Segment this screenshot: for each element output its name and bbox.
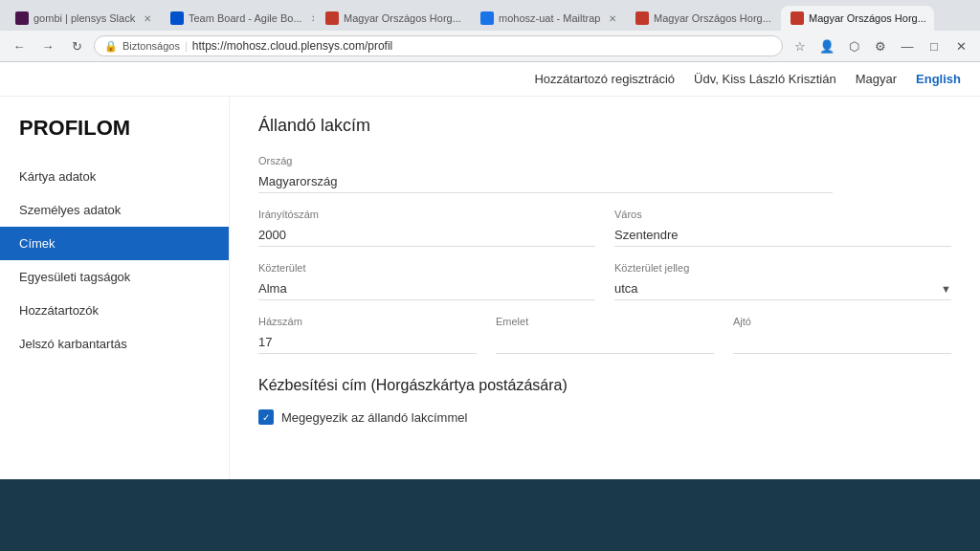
hazszam-label: Házszám <box>258 316 477 327</box>
varos-value[interactable]: Szentendre <box>614 224 951 247</box>
section-kezbesitesi-title: Kézbesítési cím (Horgászkártya postázásá… <box>258 377 951 394</box>
tab-mohosz3[interactable]: Magyar Országos Horg... ✕ <box>781 6 934 31</box>
emelet-label: Emelet <box>496 316 714 327</box>
footer-background <box>0 479 980 551</box>
sidebar-item-jelszo[interactable]: Jelszó karbantartás <box>0 327 229 361</box>
kozterulet-label: Közterület <box>258 262 595 274</box>
iranyitoszam-value[interactable]: 2000 <box>258 224 595 247</box>
slack-favicon-icon <box>15 11 29 25</box>
iranyitoszam-label: Irányítószám <box>258 209 595 220</box>
forward-button[interactable]: → <box>36 34 59 57</box>
tab-close-icon[interactable]: ✕ <box>144 13 151 24</box>
dropdown-arrow-icon: ▼ <box>941 283 951 295</box>
section-alando-title: Állandó lakcím <box>258 116 951 136</box>
maximize-icon[interactable]: □ <box>923 34 946 57</box>
hazszam-col: Házszám 17 <box>258 316 477 354</box>
tab-close-icon[interactable]: ✕ <box>609 13 616 24</box>
hazszam-row: Házszám 17 Emelet Ajtó <box>258 316 951 354</box>
minimize-icon[interactable]: — <box>896 34 919 57</box>
welcome-label: Üdv, Kiss László Krisztián <box>694 72 836 86</box>
page-layout: PROFILOM Kártya adatok Személyes adatok … <box>0 97 980 479</box>
page-nav: Hozzátartozó regisztráció Üdv, Kiss Lász… <box>0 62 980 97</box>
extension1-icon[interactable]: ⬡ <box>842 34 865 57</box>
checkbox-row[interactable]: ✓ Megegyezik az állandó lakcímmel <box>258 409 951 425</box>
address-text: https://mohosz.cloud.plensys.com/profil <box>192 39 392 53</box>
address-bar[interactable]: 🔒 Biztonságos | https://mohosz.cloud.ple… <box>94 35 783 56</box>
field-group-orszag: Ország Magyarország <box>258 155 951 193</box>
varos-col: Város Szentendre <box>614 209 951 247</box>
hazszam-value[interactable]: 17 <box>258 331 477 354</box>
checkbox-label: Megegyezik az állandó lakcímmel <box>281 410 467 425</box>
address-bar-row: ← → ↻ 🔒 Biztonságos | https://mohosz.clo… <box>0 31 980 61</box>
kozterulet-row: Közterület Alma Közterület jelleg utca ▼ <box>258 262 951 300</box>
sidebar-item-kartya[interactable]: Kártya adatok <box>0 160 229 193</box>
tab-mohosz1[interactable]: Magyar Országos Horg... ✕ <box>316 6 469 31</box>
iranyitoszam-col: Irányítószám 2000 <box>258 209 595 247</box>
profile-icon[interactable]: 👤 <box>815 34 838 57</box>
tab-bar: gombi | plensys Slack ✕ Team Board - Agi… <box>0 0 980 31</box>
tab-close-icon[interactable]: ✕ <box>311 13 314 24</box>
emelet-col: Emelet <box>496 316 714 354</box>
kozterulet-value[interactable]: Alma <box>258 277 595 300</box>
tab-agile[interactable]: Team Board - Agile Bo... ✕ <box>161 6 314 31</box>
lang-hu-link[interactable]: Magyar <box>856 72 897 86</box>
mohosz1-favicon-icon <box>325 11 339 25</box>
kozterulet-jelleg-col: Közterület jelleg utca ▼ <box>614 262 951 300</box>
sidebar: PROFILOM Kártya adatok Személyes adatok … <box>0 97 230 479</box>
checkbox-icon[interactable]: ✓ <box>258 409 274 425</box>
tab-mailtrap[interactable]: mohosz-uat - Mailtrap ✕ <box>471 6 624 31</box>
kozterulet-col: Közterület Alma <box>258 262 595 300</box>
lock-icon: 🔒 <box>104 40 118 53</box>
mailtrap-favicon-icon <box>480 11 494 25</box>
mohosz2-favicon-icon <box>635 11 649 25</box>
orszag-label: Ország <box>258 155 951 166</box>
emelet-value[interactable] <box>496 331 714 354</box>
ajto-col: Ajtó <box>733 316 951 354</box>
sidebar-item-szemelyes[interactable]: Személyes adatok <box>0 193 229 227</box>
agile-favicon-icon <box>170 11 184 25</box>
sidebar-title: PROFILOM <box>0 116 229 160</box>
tab-mohosz2[interactable]: Magyar Országos Horg... ✕ <box>626 6 779 31</box>
extension2-icon[interactable]: ⚙ <box>869 34 892 57</box>
tab-slack[interactable]: gombi | plensys Slack ✕ <box>6 6 159 31</box>
sidebar-item-cimek[interactable]: Címek <box>0 227 229 260</box>
kozterulet-jelleg-value[interactable]: utca ▼ <box>614 277 951 300</box>
browser-chrome: gombi | plensys Slack ✕ Team Board - Agi… <box>0 0 980 62</box>
lang-en-link[interactable]: English <box>916 72 961 86</box>
sidebar-item-hozzatartozok[interactable]: Hozzátartozók <box>0 294 229 327</box>
security-label: Biztonságos <box>122 40 180 52</box>
kozterulet-jelleg-label: Közterület jelleg <box>614 262 951 274</box>
mohosz3-favicon-icon <box>791 11 804 25</box>
sidebar-item-egyesuleti[interactable]: Egyesületi tagságok <box>0 260 229 294</box>
ajto-label: Ajtó <box>733 316 951 327</box>
varos-label: Város <box>614 209 951 220</box>
register-link[interactable]: Hozzátartozó regisztráció <box>534 72 675 86</box>
back-button[interactable]: ← <box>8 34 31 57</box>
main-content: Állandó lakcím Ország Magyarország Irány… <box>230 97 980 479</box>
iranyitoszam-varos-row: Irányítószám 2000 Város Szentendre <box>258 209 951 247</box>
close-window-icon[interactable]: ✕ <box>949 34 972 57</box>
orszag-value[interactable]: Magyarország <box>258 170 833 193</box>
ajto-value[interactable] <box>733 331 951 354</box>
toolbar-icons: ☆ 👤 ⬡ ⚙ — □ ✕ <box>789 34 972 57</box>
bookmark-icon[interactable]: ☆ <box>789 34 812 57</box>
refresh-button[interactable]: ↻ <box>65 34 88 57</box>
